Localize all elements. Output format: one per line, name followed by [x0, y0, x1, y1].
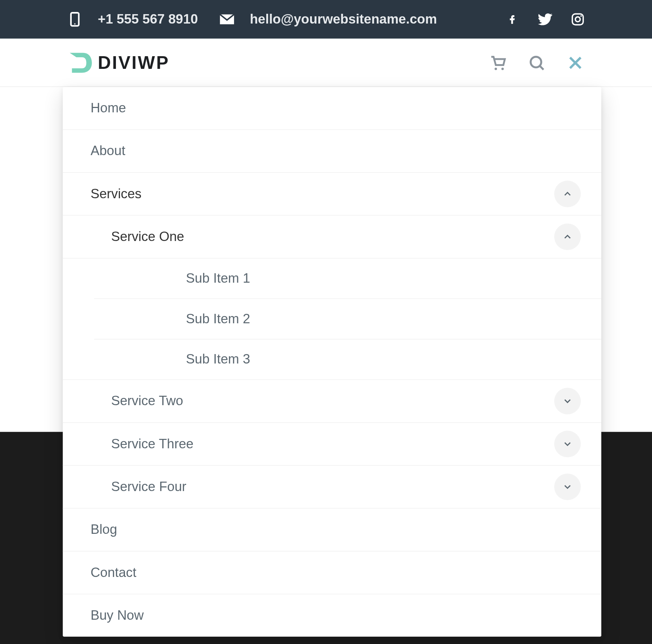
menu-item-label: Home: [91, 100, 126, 116]
svg-point-5: [494, 67, 497, 70]
menu-item-label: Service Three: [111, 436, 194, 452]
svg-point-3: [575, 17, 580, 22]
menu-item-sub-2[interactable]: Sub Item 2: [94, 298, 601, 339]
menu-item-label: Sub Item 2: [186, 311, 250, 327]
menu-item-sub-3[interactable]: Sub Item 3: [94, 339, 601, 379]
chevron-up-icon[interactable]: [554, 180, 581, 207]
email-text[interactable]: hello@yourwebsitename.com: [250, 12, 437, 27]
logo-text-wp: WP: [138, 52, 170, 72]
menu-item-about[interactable]: About: [63, 130, 601, 173]
menu-item-label: Blog: [91, 522, 117, 537]
svg-point-1: [74, 23, 76, 25]
menu-item-contact[interactable]: Contact: [63, 552, 601, 594]
search-icon[interactable]: [526, 52, 547, 73]
facebook-icon[interactable]: [505, 12, 520, 27]
menu-item-buy-now[interactable]: Buy Now: [63, 594, 601, 637]
menu-item-label: Services: [91, 186, 142, 201]
service-one-sublist: Sub Item 1 Sub Item 2 Sub Item 3: [63, 258, 601, 379]
logo[interactable]: DIVIWP: [66, 49, 169, 76]
menu-item-label: Service Two: [111, 393, 183, 409]
menu-item-label: About: [91, 143, 125, 159]
chevron-up-icon[interactable]: [554, 224, 581, 250]
mobile-menu-panel: Home About Services Service One Sub Item…: [63, 87, 601, 637]
menu-item-label: Buy Now: [91, 608, 144, 623]
menu-item-services[interactable]: Services: [63, 173, 601, 216]
main-header: DIVIWP: [0, 39, 652, 87]
menu-item-blog[interactable]: Blog: [63, 508, 601, 551]
chevron-down-icon[interactable]: [554, 388, 581, 414]
menu-item-service-four[interactable]: Service Four: [63, 466, 601, 508]
chevron-down-icon[interactable]: [554, 431, 581, 457]
menu-item-home[interactable]: Home: [63, 87, 601, 130]
menu-item-label: Sub Item 3: [186, 352, 250, 367]
instagram-icon[interactable]: [570, 12, 585, 27]
twitter-icon[interactable]: [537, 12, 553, 27]
svg-point-4: [580, 15, 582, 17]
mail-icon: [218, 11, 235, 28]
menu-item-service-one[interactable]: Service One: [63, 216, 601, 258]
cart-icon[interactable]: [488, 52, 509, 73]
menu-item-sub-1[interactable]: Sub Item 1: [94, 258, 601, 298]
phone-icon: [66, 11, 83, 28]
logo-d-icon: [66, 49, 93, 76]
svg-point-7: [531, 57, 541, 67]
svg-point-6: [501, 67, 504, 70]
menu-item-label: Service One: [111, 229, 184, 245]
menu-item-label: Contact: [91, 565, 136, 580]
logo-text-divi: DIVI: [98, 52, 138, 72]
menu-item-service-three[interactable]: Service Three: [63, 423, 601, 466]
menu-item-service-two[interactable]: Service Two: [63, 380, 601, 423]
header-right: [488, 52, 586, 73]
menu-item-label: Service Four: [111, 479, 187, 495]
contact-block: +1 555 567 8910 hello@yourwebsitename.co…: [66, 11, 437, 28]
svg-line-8: [540, 66, 543, 69]
close-icon[interactable]: [565, 52, 586, 73]
social-icons: [505, 12, 585, 27]
menu-item-label: Sub Item 1: [186, 271, 250, 286]
phone-text[interactable]: +1 555 567 8910: [98, 12, 198, 27]
logo-text: DIVIWP: [98, 52, 170, 73]
chevron-down-icon[interactable]: [554, 474, 581, 500]
top-bar: +1 555 567 8910 hello@yourwebsitename.co…: [0, 0, 652, 39]
